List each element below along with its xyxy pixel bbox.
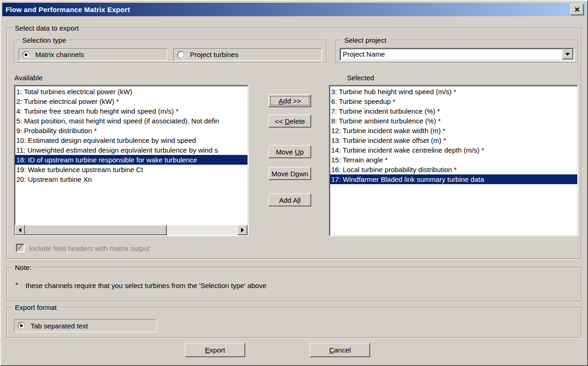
list-item[interactable]: 9: Probability distribution * bbox=[15, 126, 248, 135]
radio-project-turbines[interactable] bbox=[177, 51, 184, 58]
add-all-button[interactable]: Add All bbox=[268, 193, 311, 206]
available-list-label: Available bbox=[14, 74, 43, 82]
project-combobox-value: Project Name bbox=[343, 50, 385, 58]
radio-tab-separated-text[interactable] bbox=[18, 322, 25, 329]
include-headers-checkbox[interactable]: ✓ bbox=[16, 244, 25, 252]
arrow-right-icon bbox=[241, 228, 244, 232]
scrollbar-thumb[interactable] bbox=[25, 225, 167, 235]
group-note-label: Note: bbox=[13, 263, 34, 271]
list-item[interactable]: 2: Turbine electrical power (kW) * bbox=[15, 96, 248, 106]
include-headers-checkbox-label: Include field headers with matrix output bbox=[29, 244, 150, 252]
chevron-down-icon bbox=[565, 53, 570, 56]
list-item[interactable]: 6: Turbine speedup * bbox=[330, 96, 577, 106]
selected-list-label: Selected bbox=[347, 74, 374, 82]
list-item[interactable]: 4: Turbine free stream hub height wind s… bbox=[15, 106, 248, 116]
close-icon: ✕ bbox=[574, 6, 580, 13]
cancel-button[interactable]: Cancel bbox=[310, 343, 370, 357]
radio-matrix-channels[interactable] bbox=[22, 51, 30, 58]
list-item[interactable]: 14: Turbine incident wake centreline dep… bbox=[330, 145, 577, 155]
list-item[interactable]: 3: Turbine hub height wind speed (m/s) * bbox=[330, 87, 577, 96]
group-select-data-label: Select data to export bbox=[13, 24, 81, 32]
move-down-button[interactable]: Move Down bbox=[268, 167, 311, 180]
horizontal-scrollbar[interactable] bbox=[15, 225, 248, 235]
dialog-title: Flow and Performance Matrix Export bbox=[2, 6, 130, 13]
option-tab-separated-text[interactable]: Tab separated text bbox=[14, 319, 157, 332]
scroll-left-button[interactable] bbox=[15, 225, 25, 235]
titlebar[interactable]: Flow and Performance Matrix Export ✕ bbox=[2, 3, 586, 16]
export-button[interactable]: Export bbox=[185, 343, 245, 357]
add-button[interactable]: Add >> bbox=[268, 94, 311, 107]
move-up-button[interactable]: Move Up bbox=[268, 145, 311, 158]
list-item[interactable]: 16: Local turbine probability distributi… bbox=[330, 165, 577, 174]
note-asterisk: * bbox=[15, 281, 18, 289]
list-item[interactable]: 18: ID of upstream turbine responsible f… bbox=[15, 155, 248, 165]
list-item[interactable]: 11: Unweighted estimated design equivale… bbox=[15, 145, 248, 155]
list-item[interactable]: 12: Turbine incident wake width (m) * bbox=[330, 126, 577, 135]
list-item[interactable]: 7: Turbine incident turbulence (%) * bbox=[330, 106, 577, 116]
add-all-button-label: Add All bbox=[279, 196, 301, 204]
option-project-turbines[interactable]: Project turbines bbox=[173, 48, 322, 61]
project-combobox[interactable]: Project Name bbox=[340, 48, 575, 61]
list-item[interactable]: 19: Wake turbulence upstream turbine Ct bbox=[15, 165, 248, 174]
delete-button-label: << Delete bbox=[274, 117, 305, 125]
list-item[interactable]: 13: Turbine incident wake offset (m) * bbox=[330, 135, 577, 145]
selected-listbox[interactable]: 3: Turbine hub height wind speed (m/s) *… bbox=[329, 85, 578, 236]
close-button[interactable]: ✕ bbox=[570, 4, 584, 15]
move-up-button-label: Move Up bbox=[276, 148, 304, 156]
checkmark-icon: ✓ bbox=[17, 243, 23, 252]
list-item[interactable]: 10: Estimated design equivalent turbulen… bbox=[15, 135, 248, 145]
add-button-label: Add >> bbox=[279, 97, 301, 105]
move-down-button-label: Move Down bbox=[271, 170, 308, 178]
option-matrix-channels[interactable]: Matrix channels bbox=[19, 48, 167, 61]
list-item[interactable]: 8: Turbine ambient turbulence (%) * bbox=[330, 116, 577, 126]
group-selection-type-label: Selection type bbox=[20, 36, 68, 44]
group-export-format-label: Export format bbox=[13, 303, 59, 311]
scroll-right-button[interactable] bbox=[237, 225, 248, 235]
list-item[interactable]: 1: Total turbines electrical power (kW) bbox=[15, 87, 248, 96]
export-button-label: Export bbox=[205, 346, 225, 354]
cancel-button-label: Cancel bbox=[329, 346, 351, 354]
group-select-project-label: Select project bbox=[342, 36, 389, 44]
option-project-turbines-label: Project turbines bbox=[190, 51, 238, 58]
list-item[interactable]: 15: Terrain angle * bbox=[330, 155, 577, 165]
note-text: these channels require that you select t… bbox=[26, 282, 267, 289]
available-listbox[interactable]: 1: Total turbines electrical power (kW)2… bbox=[14, 85, 248, 236]
option-matrix-channels-label: Matrix channels bbox=[35, 51, 84, 58]
list-item[interactable]: 5: Mast position, mast height wind speed… bbox=[15, 116, 248, 126]
option-tab-separated-text-label: Tab separated text bbox=[31, 322, 88, 330]
radio-dot bbox=[20, 324, 23, 327]
list-item[interactable]: 20: Upstream turbine Xn bbox=[15, 174, 248, 184]
list-item[interactable]: 17: Windfarmer Bladed link summary turbi… bbox=[330, 174, 577, 184]
arrow-left-icon bbox=[19, 228, 21, 232]
dialog-flow-performance-matrix-export: Flow and Performance Matrix Export ✕ Sel… bbox=[0, 0, 588, 366]
delete-button[interactable]: << Delete bbox=[268, 115, 311, 128]
project-combobox-dropdown-button[interactable] bbox=[562, 49, 573, 59]
radio-dot bbox=[25, 53, 27, 56]
